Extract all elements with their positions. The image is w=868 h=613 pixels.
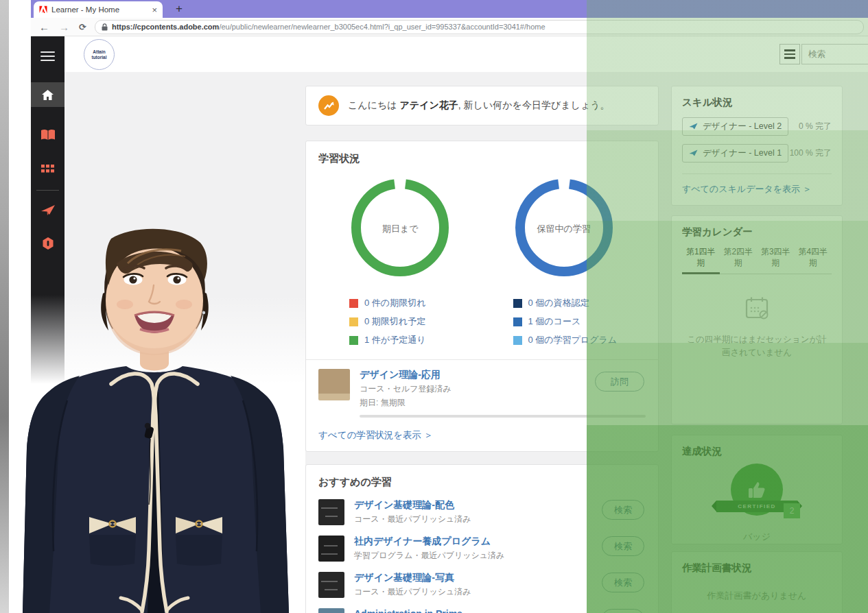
trending-up-icon — [318, 95, 339, 116]
learning-status-card: 学習状況 期日まで 0 件の期限切れ 0 期限切れ予定 1 件が予定通り — [305, 141, 659, 452]
browser-tab[interactable]: Learner - My Home × — [34, 1, 163, 18]
explore-button[interactable]: 検索 — [602, 609, 644, 613]
course-info: デザイン理論-応用 コース・セルフ登録済み 期日: 無期限 — [360, 369, 451, 409]
course-subtitle: コース・最近パブリッシュ済み — [354, 586, 471, 598]
grid-icon — [41, 163, 55, 176]
back-icon[interactable]: ← — [39, 21, 49, 33]
right-sidebar: スキル状況 デザイナー - Level 2 0 % 完了 デザイナー - Lev… — [671, 86, 843, 613]
sidebar-item-modules[interactable] — [31, 160, 64, 179]
url-text: https://cpcontents.adobe.com/eu/public/n… — [112, 23, 546, 31]
certified-badge[interactable]: CERTIFIED 2 — [719, 464, 795, 527]
legend-swatch — [513, 336, 522, 345]
lms-header: Attain tutorial 検索 — [64, 36, 868, 73]
show-all-skills-link[interactable]: すべてのスキルデータを表示 ＞ — [682, 184, 812, 194]
learning-status-title: 学習状況 — [318, 152, 646, 165]
book-icon — [40, 129, 56, 141]
legend-swatch — [349, 299, 358, 308]
adobe-favicon-icon — [39, 5, 47, 14]
new-tab-button[interactable]: + — [171, 1, 187, 17]
paper-plane-icon — [689, 149, 698, 157]
skill-chip[interactable]: デザイナー - Level 2 — [682, 117, 788, 136]
legend-swatch — [349, 336, 358, 345]
sidebar-item-share[interactable] — [31, 201, 64, 220]
explore-button[interactable]: 検索 — [602, 536, 644, 556]
forward-icon[interactable]: → — [59, 21, 69, 33]
visit-button[interactable]: 訪問 — [595, 372, 644, 392]
pending-donut-block: 保留中の学習 0 個の資格認定 1 個のコース 0 個の学習プログラム — [482, 176, 646, 352]
tab-q2[interactable]: 第2四半期 — [720, 247, 758, 274]
list-item: 社内デザイナー養成プログラム 学習プログラム・最近パブリッシュ済み 検索 — [318, 536, 646, 562]
address-bar[interactable]: https://cpcontents.adobe.com/eu/public/n… — [95, 20, 864, 34]
course-thumbnail[interactable] — [318, 572, 344, 598]
skills-title: スキル状況 — [682, 96, 832, 109]
divider — [682, 173, 832, 174]
tab-q1[interactable]: 第1四半期 — [682, 247, 720, 274]
header-menu-button[interactable] — [779, 44, 800, 64]
sidebar-divider — [36, 190, 59, 191]
recommended-title: おすすめの学習 — [318, 476, 646, 489]
logo-line1: Attain — [93, 49, 105, 54]
donut-center-label: 保留中の学習 — [513, 223, 615, 235]
legend-swatch — [349, 317, 358, 326]
video-frame-edge — [0, 0, 9, 613]
lock-icon — [102, 23, 108, 31]
skills-card: スキル状況 デザイナー - Level 2 0 % 完了 デザイナー - Lev… — [671, 86, 843, 206]
sidebar-item-home[interactable] — [31, 82, 64, 107]
course-subtitle: コース・セルフ登録済み — [360, 383, 451, 395]
course-thumbnail[interactable] — [318, 608, 344, 613]
greeting-text: こんにちは アテイン花子, 新しい何かを今日学びましょう。 — [348, 99, 610, 112]
work-plan-card: 作業計画書状況 作業計画書がありません — [671, 551, 843, 613]
tab-q4[interactable]: 第4四半期 — [795, 247, 832, 274]
calendar-title: 学習カレンダー — [682, 226, 832, 239]
show-all-learning-link[interactable]: すべての学習状況を表示 ＞ — [318, 429, 433, 442]
url-domain: https://cpcontents.adobe.com — [112, 23, 219, 31]
skill-row: デザイナー - Level 2 0 % 完了 — [682, 117, 832, 136]
badge-label: バッジ — [682, 531, 832, 543]
deadline-donut-block: 期日まで 0 件の期限切れ 0 期限切れ予定 1 件が予定通り — [318, 176, 482, 352]
course-thumbnail[interactable] — [318, 369, 350, 400]
course-subtitle: コース・最近パブリッシュ済み — [354, 514, 471, 525]
skill-chip[interactable]: デザイナー - Level 1 — [682, 144, 788, 163]
course-title-link[interactable]: デザイン基礎理論-配色 — [354, 499, 471, 512]
search-placeholder: 検索 — [808, 49, 825, 60]
calendar-blocked-icon — [744, 295, 770, 321]
screenshot-stage: Learner - My Home × + ← → ⟳ https://cpco… — [0, 0, 868, 613]
pending-legend: 0 個の資格認定 1 個のコース 0 個の学習プログラム — [482, 297, 618, 352]
deadline-legend: 0 件の期限切れ 0 期限切れ予定 1 件が予定通り — [318, 297, 425, 352]
recommended-card: おすすめの学習 デザイン基礎理論-配色 コース・最近パブリッシュ済み 検索 社内… — [305, 464, 659, 613]
legend-swatch — [513, 299, 522, 308]
explore-button[interactable]: 検索 — [602, 573, 644, 592]
course-title-link[interactable]: デザイン理論-応用 — [360, 369, 451, 381]
logo-line2: tutorial — [91, 55, 106, 60]
search-input[interactable]: 検索 — [801, 44, 868, 64]
course-progress-bar — [360, 415, 646, 418]
course-title-link[interactable]: Administration in Prime — [354, 608, 462, 613]
browser-tab-bar: Learner - My Home × + — [31, 0, 868, 18]
skill-row: デザイナー - Level 1 100 % 完了 — [682, 144, 832, 163]
course-title-link[interactable]: デザイン基礎理論-写真 — [354, 572, 471, 584]
donut-charts: 期日まで 0 件の期限切れ 0 期限切れ予定 1 件が予定通り — [318, 176, 646, 352]
list-item: Administration in Prime 検索 — [318, 608, 646, 613]
brand-logo[interactable]: Attain tutorial — [84, 39, 115, 70]
reload-icon[interactable]: ⟳ — [79, 22, 86, 32]
badge-count: 2 — [784, 503, 800, 518]
course-due-date: 期日: 無期限 — [360, 397, 451, 409]
sidebar-hamburger-icon[interactable] — [31, 46, 64, 67]
work-plan-empty-message: 作業計画書がありません — [682, 590, 832, 602]
course-thumbnail[interactable] — [318, 536, 344, 562]
tab-q3[interactable]: 第3四半期 — [757, 247, 795, 274]
browser-toolbar: ← → ⟳ https://cpcontents.adobe.com/eu/pu… — [31, 18, 868, 36]
presenter-woman — [8, 228, 305, 613]
deadline-donut: 期日まで — [349, 176, 451, 279]
greeting-banner: こんにちは アテイン花子, 新しい何かを今日学びましょう。 — [305, 86, 659, 125]
list-item: デザイン基礎理論-配色 コース・最近パブリッシュ済み 検索 — [318, 499, 646, 525]
donut-center-label: 期日まで — [349, 223, 451, 235]
calendar-card: 学習カレンダー 第1四半期 第2四半期 第3四半期 第4四半期 — [671, 215, 843, 424]
course-title-link[interactable]: 社内デザイナー養成プログラム — [354, 536, 504, 548]
explore-button[interactable]: 検索 — [602, 500, 644, 520]
home-icon — [41, 89, 54, 101]
sidebar-item-catalog[interactable] — [31, 125, 64, 145]
paper-plane-icon — [40, 204, 56, 217]
course-thumbnail[interactable] — [318, 499, 344, 525]
tab-close-icon[interactable]: × — [152, 5, 157, 15]
